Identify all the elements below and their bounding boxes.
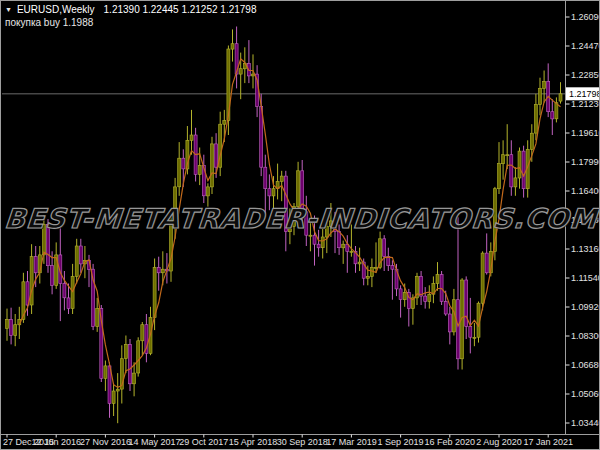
candle-body [498, 164, 501, 189]
candle-body [182, 158, 185, 169]
candle-body [51, 266, 54, 286]
candle-body [153, 267, 156, 317]
date-axis-label: 14 May 2017 [129, 437, 181, 447]
date-axis-label: 27 Nov 2016 [80, 437, 131, 447]
candle-body [157, 267, 160, 272]
candle-body [75, 246, 78, 276]
chevron-down-icon[interactable]: ▼ [5, 4, 12, 16]
candle-body [129, 344, 132, 383]
price-axis-label: 1.22850 [571, 70, 600, 80]
date-axis-label: 15 Apr 2018 [229, 437, 278, 447]
candle-body [338, 232, 341, 248]
candle-body [67, 298, 70, 309]
candle-body [506, 155, 509, 156]
price-axis-label: 1.08300 [571, 331, 600, 341]
price-axis-label: 1.21230 [571, 99, 600, 109]
current-price-label: 1.21798 [569, 89, 600, 99]
candle-body [502, 155, 505, 164]
candle-body [141, 325, 144, 341]
date-axis-label: 17 Mar 2019 [326, 437, 377, 447]
watermark-text: BEST-METATRADER-INDICATORS.COM [0, 203, 600, 234]
candle-body [391, 266, 394, 270]
candle-body [309, 235, 312, 236]
price-axis-label: 1.17990 [571, 157, 600, 167]
candle-body [30, 257, 33, 305]
candle-body [313, 235, 316, 244]
price-axis-label: 1.03440 [571, 418, 600, 428]
date-axis-label: 16 Feb 2020 [425, 437, 476, 447]
candle-body [514, 178, 517, 187]
candle-body [530, 133, 533, 149]
mt4-chart-window: 1.260901.244701.228501.212301.196101.179… [0, 0, 600, 450]
candle-body [161, 269, 164, 273]
candle-body [469, 327, 472, 338]
candle-body [198, 165, 201, 174]
candle-body [481, 253, 484, 303]
candle-body [112, 391, 115, 404]
candle-body [424, 296, 427, 301]
candle-body [473, 337, 476, 338]
price-axis-label: 1.16400 [571, 186, 600, 196]
candle-body [264, 167, 267, 189]
candle-body [133, 373, 136, 384]
candle-body [559, 94, 562, 101]
price-axis-label: 1.13160 [571, 244, 600, 254]
price-axis-label: 1.19610 [571, 128, 600, 138]
candle-body [383, 239, 386, 257]
candle-body [485, 253, 488, 273]
candle-body [420, 276, 423, 296]
candle-body [387, 257, 390, 266]
candle-body [79, 246, 82, 264]
price-axis-label: 1.26090 [571, 12, 600, 22]
candle-body [215, 144, 218, 167]
candle-body [350, 251, 353, 252]
candle-body [428, 294, 431, 301]
candle-body [297, 171, 300, 207]
candle-body [268, 189, 271, 196]
candle-body [522, 151, 525, 189]
price-axis-label: 1.09920 [571, 302, 600, 312]
chart-header: ▼EURUSD,Weekly1.21390 1.22445 1.21252 1.… [5, 4, 256, 29]
candle-body [223, 121, 226, 125]
candle-body [534, 105, 537, 134]
price-axis-label: 1.06680 [571, 360, 600, 370]
date-axis-label: 2 Aug 2020 [476, 437, 522, 447]
candle-body [124, 344, 127, 358]
candle-body [448, 314, 451, 332]
candle-body [272, 189, 275, 196]
candle-body [34, 257, 37, 273]
candle-body [342, 244, 345, 248]
candle-body [137, 341, 140, 373]
candle-body [518, 151, 521, 178]
candle-body [444, 302, 447, 315]
candle-body [63, 284, 66, 298]
current-price-box: 1.21798 [566, 87, 600, 100]
candle-body [178, 158, 181, 187]
candle-body [116, 389, 119, 391]
candle-body [280, 176, 283, 181]
candle-body [551, 112, 554, 119]
candle-body [231, 44, 234, 49]
price-axis-label: 1.11540 [571, 273, 600, 283]
candle-body [6, 319, 9, 328]
candle-body [206, 187, 209, 196]
date-axis-label: 17 Jan 2021 [523, 437, 573, 447]
candle-body [104, 366, 107, 379]
candle-body [539, 88, 542, 104]
candle-body [375, 267, 378, 268]
price-axis-label: 1.05060 [571, 389, 600, 399]
date-axis-label: 1 Sep 2019 [378, 437, 424, 447]
candle-body [239, 69, 242, 74]
candle-body [10, 319, 13, 335]
candle-body [358, 262, 361, 264]
ohlc-values: 1.21390 1.22445 1.21252 1.21798 [104, 4, 257, 15]
candle-body [317, 244, 320, 248]
candle-body [211, 144, 214, 187]
candle-body [399, 289, 402, 300]
date-axis-label: 30 Sep 2018 [277, 437, 328, 447]
date-axis-label: 12 Jun 2016 [31, 437, 81, 447]
candle-body [190, 135, 193, 140]
candle-body [510, 155, 513, 187]
symbol-timeframe-label: EURUSD,Weekly [17, 4, 95, 15]
indicator-signal-label: покупка buy 1.1988 [5, 17, 256, 29]
